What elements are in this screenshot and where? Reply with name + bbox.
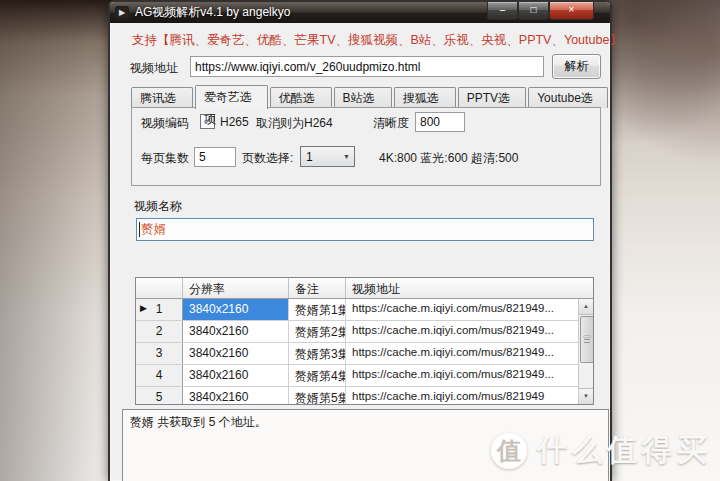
tab-搜狐选项[interactable]: 搜狐选项 [394, 87, 456, 108]
window-title: AG视频解析v4.1 by angelkyo [135, 4, 290, 21]
video-url-label: 视频地址 [130, 60, 178, 77]
tab-爱奇艺选项[interactable]: 爱奇艺选项 [195, 85, 268, 109]
tab-B站选项[interactable]: B站选项 [334, 87, 392, 108]
per-page-input[interactable] [194, 147, 236, 167]
parse-button[interactable]: 解析 [552, 54, 601, 79]
resolution-cell[interactable]: 3840x2160 [183, 299, 289, 320]
vertical-scrollbar[interactable]: ▲ ▼ [578, 299, 593, 404]
app-window: ▶ AG视频解析v4.1 by angelkyo – □ × 支持【腾讯、爱奇艺… [108, 0, 612, 481]
video-name-value: 赘婿 [141, 221, 166, 238]
page-select-dropdown[interactable]: 1 ▼ [300, 146, 355, 167]
row-header-cell[interactable]: 2 [136, 321, 183, 342]
tab-腾讯选项[interactable]: 腾讯选项 [131, 87, 193, 108]
resolution-cell[interactable]: 3840x2160 [183, 365, 289, 386]
encoding-label: 视频编码 [141, 115, 189, 132]
caption-buttons: – □ × [487, 2, 594, 20]
scroll-up-icon[interactable]: ▲ [579, 299, 593, 315]
row-header-cell[interactable]: 4 [136, 365, 183, 386]
url-cell[interactable]: https://cache.m.iqiyi.com/mus/821949... [346, 365, 579, 386]
table-row[interactable]: 2 3840x2160 赘婿第2集 https://cache.m.iqiyi.… [136, 321, 593, 343]
results-table: 分辨率 备注 视频地址 ▶ 1 3840x2160 赘婿第1集 https://… [135, 277, 594, 405]
resolution-cell[interactable]: 3840x2160 [183, 343, 289, 364]
note-cell[interactable]: 赘婿第3集 [289, 343, 346, 364]
resolution-cell[interactable]: 3840x2160 [183, 321, 289, 342]
video-name-input[interactable]: 赘婿 [136, 218, 594, 241]
site-tab-strip: 腾讯选项爱奇艺选项优酷选项B站选项搜狐选项PPTV选项Youtube选项 [131, 86, 610, 108]
url-header[interactable]: 视频地址 [346, 278, 579, 298]
resolution-header[interactable]: 分辨率 [183, 278, 289, 298]
row-header-cell[interactable]: 5 [136, 387, 183, 405]
row-arrow-icon: ▶ [140, 303, 147, 313]
url-cell[interactable]: https://cache.m.iqiyi.com/mus/821949... [346, 299, 579, 320]
row-header-cell[interactable]: ▶ 1 [136, 299, 183, 320]
clarity-hint-text: 4K:800 蓝光:600 超清:500 [379, 150, 518, 167]
text-caret [139, 222, 140, 237]
tab-PPTV选项[interactable]: PPTV选项 [458, 87, 527, 108]
video-name-label: 视频名称 [134, 198, 182, 215]
title-bar[interactable]: ▶ AG视频解析v4.1 by angelkyo – □ × [110, 2, 610, 23]
h265-note: 取消则为H264 [256, 115, 333, 132]
table-body: ▶ 1 3840x2160 赘婿第1集 https://cache.m.iqiy… [136, 299, 593, 405]
table-row[interactable]: 5 3840x2160 赘婿第5集 https://cache.m.iqiyi.… [136, 387, 593, 405]
scrollbar-thumb[interactable] [580, 316, 594, 363]
url-cell[interactable]: https://cache.m.iqiyi.com/mus/821949... [346, 321, 579, 342]
scroll-down-icon[interactable]: ▼ [579, 388, 593, 404]
tab-Youtube选项[interactable]: Youtube选项 [528, 87, 608, 108]
minimize-button[interactable]: – [487, 2, 518, 20]
url-cell[interactable]: https://cache.m.iqiyi.com/mus/821949... [346, 343, 579, 364]
clarity-input[interactable] [415, 112, 465, 132]
watermark-badge-icon: 值 [491, 433, 527, 469]
table-header-row: 分辨率 备注 视频地址 [136, 278, 593, 299]
note-cell[interactable]: 赘婿第1集 [289, 299, 346, 320]
page-select-value: 1 [301, 150, 339, 164]
tab-优酷选项[interactable]: 优酷选项 [270, 87, 332, 108]
video-url-input[interactable] [190, 56, 544, 77]
watermark: 值 什么值得买 [491, 430, 712, 471]
per-page-label: 每页集数 [141, 150, 189, 167]
table-row[interactable]: 3 3840x2160 赘婿第3集 https://cache.m.iqiyi.… [136, 343, 593, 365]
note-header[interactable]: 备注 [289, 278, 346, 298]
row-selector-header[interactable] [136, 278, 183, 298]
row-header-cell[interactable]: 3 [136, 343, 183, 364]
maximize-button[interactable]: □ [518, 2, 549, 20]
note-cell[interactable]: 赘婿第4集 [289, 365, 346, 386]
desktop-background: ▶ AG视频解析v4.1 by angelkyo – □ × 支持【腾讯、爱奇艺… [0, 0, 720, 481]
note-cell[interactable]: 赘婿第2集 [289, 321, 346, 342]
clarity-label: 清晰度 [373, 115, 409, 132]
page-select-label: 页数选择: [242, 150, 293, 167]
table-row[interactable]: ▶ 1 3840x2160 赘婿第1集 https://cache.m.iqiy… [136, 299, 593, 321]
chevron-down-icon: ▼ [339, 153, 354, 160]
table-row[interactable]: 4 3840x2160 赘婿第4集 https://cache.m.iqiyi.… [136, 365, 593, 387]
app-icon: ▶ [115, 6, 129, 20]
url-cell[interactable]: https://cache.m.iqiyi.com/mus/821949 [346, 387, 579, 405]
watermark-text: 什么值得买 [537, 430, 712, 471]
h265-label: H265 [220, 115, 249, 129]
note-cell[interactable]: 赘婿第5集 [289, 387, 346, 405]
resolution-cell[interactable]: 3840x2160 [183, 387, 289, 405]
supported-sites-text: 支持【腾讯、爱奇艺、优酷、芒果TV、搜狐视频、B站、乐视、央视、PPTV、You… [132, 32, 622, 49]
close-button[interactable]: × [549, 2, 594, 20]
